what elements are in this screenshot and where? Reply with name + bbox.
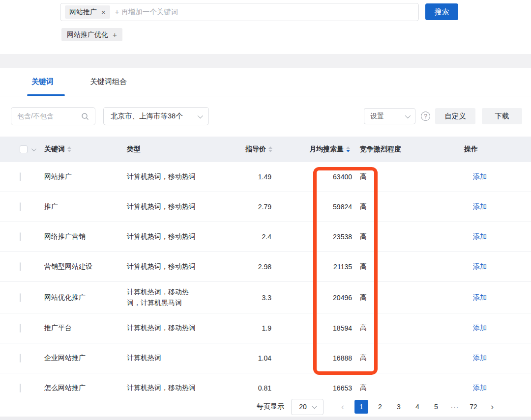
competition-cell: 高 [352, 384, 411, 392]
previous-page-icon[interactable]: ‹ [336, 400, 350, 414]
row-checkbox[interactable] [20, 293, 21, 302]
chevron-down-icon [198, 112, 203, 118]
help-icon[interactable]: ? [421, 112, 430, 121]
region-selected-value: 北京市、上海市等38个 [111, 112, 183, 121]
page-number[interactable]: 4 [411, 400, 424, 414]
guide-price-cell: 1.04 [258, 354, 274, 362]
add-link[interactable]: 添加 [473, 384, 487, 392]
section-divider-band [0, 54, 531, 68]
row-checkbox[interactable] [20, 324, 21, 333]
page-size-value: 20 [299, 403, 307, 411]
search-icon [81, 112, 89, 120]
region-select[interactable]: 北京市、上海市等38个 [103, 107, 209, 125]
table-row: 营销型网站建设 计算机热词，移动热词 2.98 21135 高 添加 [0, 252, 531, 282]
page-number[interactable]: 2 [373, 400, 387, 414]
results-panel: 关键词 关键词组合 包含/不包含 北京市、上海市等38个 设置 ? 自定义 [0, 68, 531, 420]
row-checkbox[interactable] [20, 262, 21, 271]
page-number[interactable]: 3 [392, 400, 406, 414]
table-row: 网站推广 计算机热词，移动热词 1.49 63400 高 添加 [0, 162, 531, 192]
table-row: 网站优化推广 计算机热词，移动热词，计算机黑马词 3.3 20496 高 添加 [0, 282, 531, 313]
guide-price-cell: 0.81 [258, 384, 274, 392]
competition-cell: 高 [352, 202, 411, 211]
keyword-search-box[interactable]: 网站推广 × + 再增加一个关键词 [60, 3, 419, 21]
add-link[interactable]: 添加 [473, 324, 487, 333]
chevron-down-icon [312, 403, 317, 409]
monthly-search-volume-cell: 18594 [333, 324, 352, 332]
page-number[interactable]: 1 [354, 400, 368, 414]
contain-filter-placeholder: 包含/不包含 [17, 112, 54, 121]
page-size-select[interactable]: 20 [291, 399, 324, 415]
settings-select[interactable]: 设置 [364, 108, 415, 124]
type-cell: 计算机热词，移动热词 [127, 323, 220, 334]
competition-cell: 高 [352, 172, 411, 181]
tab-keywords[interactable]: 关键词 [31, 68, 54, 96]
sort-icon[interactable] [67, 146, 71, 152]
competition-cell: 高 [352, 354, 411, 363]
add-link[interactable]: 添加 [473, 172, 487, 181]
column-header-monthly-search-volume[interactable]: 月均搜索量 [274, 145, 352, 154]
row-checkbox[interactable] [20, 202, 21, 211]
download-button[interactable]: 下载 [482, 108, 522, 124]
remove-keyword-icon[interactable]: × [101, 8, 106, 16]
table-row: 推广 计算机热词，移动热词 2.79 59824 高 添加 [0, 192, 531, 222]
table-row: 推广平台 计算机热词，移动热词 1.9 18594 高 添加 [0, 313, 531, 343]
sort-icon-descending-active[interactable] [346, 146, 350, 152]
add-link[interactable]: 添加 [473, 354, 487, 363]
chevron-down-icon [405, 112, 411, 118]
tab-keyword-combinations[interactable]: 关键词组合 [90, 68, 127, 96]
add-link[interactable]: 添加 [473, 262, 487, 271]
column-header-keyword[interactable]: 关键词 [44, 145, 127, 154]
add-link[interactable]: 添加 [473, 202, 487, 211]
select-all-checkbox[interactable] [20, 145, 28, 153]
add-keyword-icon[interactable]: + [113, 30, 117, 39]
page-number[interactable]: 5 [429, 400, 443, 414]
add-link[interactable]: 添加 [473, 293, 487, 302]
monthly-search-volume-cell: 16653 [333, 384, 352, 392]
type-cell: 计算机热词，移动热词 [127, 383, 220, 393]
type-cell: 计算机热词，移动热词 [127, 231, 220, 242]
column-header-type: 类型 [127, 145, 220, 154]
guide-price-cell: 2.98 [258, 263, 274, 271]
competition-cell: 高 [352, 324, 411, 333]
competition-cell: 高 [352, 232, 411, 241]
guide-price-cell: 2.4 [262, 233, 274, 241]
type-cell: 计算机热词，移动热词，计算机黑马词 [127, 287, 220, 308]
row-checkbox[interactable] [20, 172, 21, 181]
suggested-keyword-tag[interactable]: 网站推广优化 + [61, 28, 122, 41]
column-header-guide-price[interactable]: 指导价 [220, 145, 274, 154]
search-button[interactable]: 搜索 [425, 3, 458, 20]
keyword-cell: 网站优化推广 [44, 293, 127, 302]
keyword-cell: 推广 [44, 202, 127, 211]
bottom-divider-strip [0, 417, 531, 420]
keyword-cell: 怎么网站推广 [44, 384, 127, 392]
pagination-bar: 每页显示 20 ‹ 12345···72 › [0, 396, 531, 418]
page-size-label: 每页显示 [257, 402, 284, 411]
monthly-search-volume-cell: 20496 [333, 294, 352, 302]
tab-bar: 关键词 关键词组合 [0, 68, 531, 96]
guide-price-cell: 2.79 [258, 203, 274, 211]
table-row: 企业网站推广 计算机热词 1.04 16888 高 添加 [0, 343, 531, 373]
page-ellipsis: ··· [448, 400, 462, 414]
row-checkbox[interactable] [20, 354, 21, 363]
competition-cell: 高 [352, 262, 411, 271]
select-options-chevron-icon[interactable] [31, 146, 36, 151]
keyword-cell: 网站推广 [44, 172, 127, 181]
monthly-search-volume-cell: 21135 [333, 263, 352, 271]
page-number[interactable]: 72 [467, 400, 480, 414]
keyword-tag[interactable]: 网站推广 × [65, 5, 110, 19]
row-checkbox[interactable] [20, 232, 21, 241]
next-page-icon[interactable]: › [485, 400, 499, 414]
row-checkbox[interactable] [20, 384, 21, 392]
monthly-search-volume-cell: 59824 [333, 203, 352, 211]
type-cell: 计算机热词，移动热词 [127, 261, 220, 272]
contain-filter-input[interactable]: 包含/不包含 [11, 107, 95, 125]
customize-button[interactable]: 自定义 [435, 108, 475, 124]
monthly-search-volume-cell: 16888 [333, 354, 352, 362]
type-cell: 计算机热词 [127, 353, 220, 364]
guide-price-cell: 1.9 [262, 324, 274, 332]
column-header-competition: 竞争激烈程度 [352, 145, 411, 154]
keyword-cell: 推广平台 [44, 324, 127, 333]
table-header: 关键词 类型 指导价 月均搜索量 竞争激烈程度 操作 [0, 137, 531, 162]
sort-icon[interactable] [268, 146, 272, 152]
add-link[interactable]: 添加 [473, 232, 487, 241]
